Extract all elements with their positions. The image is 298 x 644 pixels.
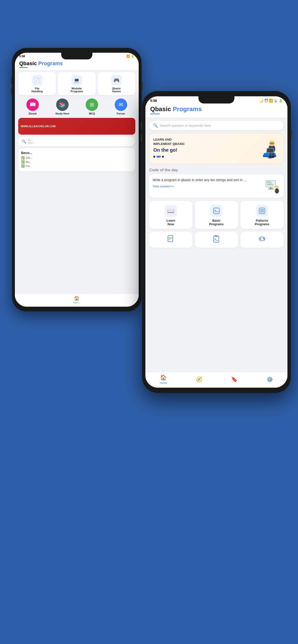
dot-2 [157, 156, 161, 158]
front-code-card[interactable]: Write a program in qbasic to enter any t… [149, 174, 284, 198]
back-studyhere-item[interactable]: 📚 Study Here [55, 98, 69, 115]
svg-point-23 [275, 188, 279, 194]
back-grid-item-0[interactable]: 📄 FileHandling [18, 72, 56, 95]
svg-rect-17 [268, 188, 273, 189]
front-vol-up-btn [141, 122, 142, 130]
front-nav-explore[interactable]: 🧭 [196, 376, 202, 382]
back-search[interactable]: 🔍 Se...Que... [18, 136, 135, 146]
svg-rect-9 [267, 148, 273, 152]
back-modular-icon: 💻 [72, 75, 82, 86]
back-mcq-item[interactable]: ⊞ MCQ [86, 98, 98, 115]
front-screen-content: 5:58 🌙 ⏰ 📶 📡 🔋 Qbasic Programs 🔍 [145, 96, 287, 388]
front-title-underline [150, 114, 160, 114]
front-basic-icon [210, 205, 222, 217]
back-grid-item-2[interactable]: 🎮 QbasicGames [98, 72, 135, 95]
back-bottom-nav: 🏠 Hom... [15, 294, 139, 307]
back-studyhere-label: Study Here [55, 112, 69, 115]
person-sitting-svg [257, 136, 281, 162]
signal-icon: 📶 [269, 99, 273, 102]
back-games-icon: 🎮 [111, 75, 122, 86]
front-row-game[interactable] [240, 232, 284, 248]
front-search-bar[interactable]: 🔍 Search question or keywords here [149, 121, 284, 130]
front-row-code[interactable] [195, 232, 238, 248]
front-app-header: Qbasic Programs [145, 104, 287, 118]
svg-point-12 [269, 156, 272, 158]
front-nav-bookmark[interactable]: 🔖 [231, 376, 238, 382]
back-search-icon: 🔍 [22, 139, 26, 144]
alarm-icon: ⏰ [264, 99, 268, 102]
back-file-label: FileHandling [32, 87, 43, 93]
back-ebook-label: Ebook [29, 112, 37, 115]
back-ebook-item[interactable]: 📖 Ebook [26, 98, 39, 115]
front-grid-patterns[interactable]: PatternsPrograms [240, 201, 284, 229]
back-become-item-3: ✅ Fre... [21, 164, 132, 168]
back-time: 5:58 [19, 54, 25, 58]
front-nav-settings[interactable]: ⚙️ [266, 376, 273, 382]
svg-rect-27 [259, 208, 265, 214]
front-patterns-label: PatternsPrograms [255, 219, 269, 226]
front-code-card-img [263, 178, 280, 194]
front-grid-learn[interactable]: 📖 LearnNow [149, 201, 192, 229]
svg-point-29 [262, 210, 264, 210]
back-mcq-icon: ⊞ [86, 98, 98, 111]
svg-point-41 [264, 239, 265, 240]
back-icon-grid: 📄 FileHandling 💻 ModularPrograms 🎮 Qbasi… [18, 72, 135, 95]
gamepad-icon-svg [258, 235, 266, 243]
back-forum-icon: ✉ [115, 98, 127, 111]
code-clipboard-svg [213, 235, 220, 243]
back-title-underline [19, 67, 28, 68]
back-become-item-1: ✅ 100... [21, 156, 132, 160]
vol-down-btn [11, 88, 12, 95]
back-home-icon: 🏠 [74, 296, 79, 301]
front-bottom-nav: 🏠 Home 🧭 🔖 ⚙️ [145, 372, 287, 388]
code-person-svg [263, 178, 280, 194]
front-bookmark-nav-icon: 🔖 [231, 376, 238, 382]
front-row-file[interactable] [149, 232, 192, 248]
svg-rect-20 [267, 184, 271, 184]
front-grid-basic[interactable]: BasicPrograms [195, 201, 238, 229]
front-code-card-text: Write a program in qbasic to enter any t… [153, 178, 261, 188]
front-time: 5:58 [150, 99, 157, 102]
dot-1 [153, 156, 155, 158]
moon-icon: 🌙 [259, 99, 263, 102]
front-vol-down-btn [141, 134, 142, 141]
back-search-placeholder: Se...Que... [28, 138, 35, 144]
front-code-icon [213, 235, 220, 244]
front-bottom-icon-row [149, 232, 284, 248]
front-home-nav-icon: 🏠 [160, 374, 167, 381]
front-app-title: Qbasic Programs [150, 106, 283, 113]
svg-point-40 [263, 238, 264, 239]
back-games-label: QbasicGames [112, 87, 121, 93]
front-section-title: Code of the day [145, 167, 287, 174]
back-nav-home[interactable]: 🏠 Hom... [74, 296, 80, 304]
svg-point-28 [261, 210, 262, 210]
file-icon-svg [167, 235, 175, 243]
svg-rect-36 [214, 236, 219, 242]
front-code-card-link[interactable]: View answer>> [153, 184, 261, 188]
front-search-placeholder: Search question or keywords here [160, 124, 211, 128]
front-patterns-icon [256, 205, 268, 217]
front-basic-label: BasicPrograms [209, 219, 224, 226]
front-file-icon [167, 235, 175, 244]
back-app-title: Qbasic Programs [19, 60, 134, 66]
phone-back: 5:58 📶 🔋 Qbasic Programs 📄 FileHandling … [12, 48, 141, 312]
back-grid-item-1[interactable]: 💻 ModularPrograms [58, 72, 95, 95]
back-forum-item[interactable]: ✉ Forum [115, 98, 127, 115]
front-home-nav-label: Home [160, 382, 167, 384]
back-status-icons: 📶 🔋 [126, 54, 134, 58]
front-phone-screen: 5:58 🌙 ⏰ 📶 📡 🔋 Qbasic Programs 🔍 [145, 96, 287, 388]
front-learn-label: LearnNow [167, 219, 175, 226]
back-become-card: Beco... ✅ 100... ✅ Mo... ✅ Fre... [18, 148, 135, 171]
svg-rect-18 [267, 181, 271, 182]
front-nav-home[interactable]: 🏠 Home [160, 374, 167, 384]
front-power-btn [291, 130, 292, 139]
battery-icon: 🔋 [278, 99, 283, 102]
front-icon-grid: 📖 LearnNow BasicPrograms [149, 201, 284, 229]
back-mcq-label: MCQ [89, 112, 95, 115]
front-explore-nav-icon: 🧭 [196, 376, 202, 382]
back-banner-content: WWW.ALLBACHELOR.COM [18, 118, 135, 135]
svg-rect-21 [267, 184, 273, 185]
front-code-card-desc: Write a program in qbasic to enter any t… [153, 178, 261, 182]
svg-point-30 [261, 211, 262, 212]
back-header: Qbasic Programs [15, 59, 139, 70]
